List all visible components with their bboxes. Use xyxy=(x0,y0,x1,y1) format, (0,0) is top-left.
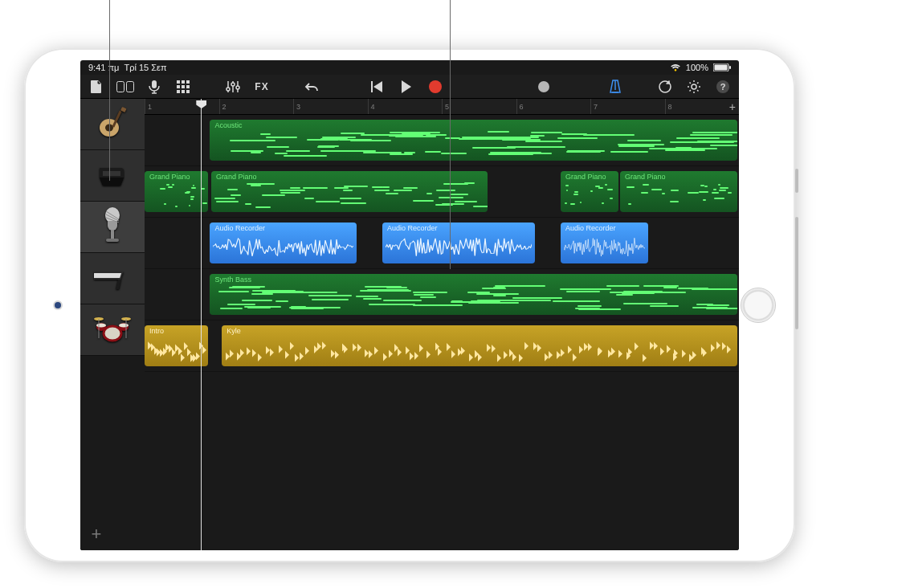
mixer-button[interactable] xyxy=(223,78,243,96)
settings-button[interactable] xyxy=(684,78,704,96)
region[interactable]: Synth Bass xyxy=(210,274,737,315)
instrument-grid-button[interactable] xyxy=(173,78,193,96)
undo-button[interactable] xyxy=(302,78,321,96)
track-row-acoustic[interactable]: Acoustic xyxy=(145,115,739,166)
svg-rect-14 xyxy=(186,90,190,93)
svg-rect-1 xyxy=(715,65,728,71)
region-label: Audio Recorder xyxy=(565,224,616,232)
battery-icon xyxy=(713,63,731,71)
region[interactable]: Grand Piano xyxy=(145,171,208,212)
svg-point-35 xyxy=(104,326,121,341)
region[interactable]: Intro xyxy=(145,325,208,366)
camera-dot xyxy=(55,302,61,308)
svg-point-16 xyxy=(231,83,235,86)
ruler-mark: 1 xyxy=(145,99,152,114)
mic-track-icon xyxy=(96,206,129,247)
status-time: 9:41 πμ xyxy=(88,63,119,72)
status-date: Τρί 15 Σεπ xyxy=(124,63,166,72)
region-label: Acoustic xyxy=(214,121,242,129)
ruler[interactable]: + 12345678 xyxy=(145,99,739,115)
region[interactable]: Grand Piano xyxy=(561,171,618,212)
region-label: Grand Piano xyxy=(149,173,190,181)
record-button[interactable] xyxy=(426,77,445,96)
region[interactable]: Audio Recorder xyxy=(210,223,357,263)
svg-point-38 xyxy=(96,324,106,328)
track-row-mic[interactable]: Audio RecorderAudio RecorderAudio Record… xyxy=(145,218,739,269)
svg-point-20 xyxy=(692,84,696,89)
battery-percent: 100% xyxy=(686,63,708,72)
ipad-frame: 9:41 πμ Τρί 15 Σεπ 100% xyxy=(24,48,795,562)
mic-icon-button[interactable] xyxy=(145,78,164,96)
wifi-icon xyxy=(670,63,681,71)
timeline[interactable]: + 12345678 AcousticGrand PianoGrand Pian… xyxy=(145,99,739,550)
region-label: Synth Bass xyxy=(214,276,251,284)
svg-rect-30 xyxy=(106,239,119,242)
svg-rect-8 xyxy=(186,80,190,84)
track-header-synth[interactable] xyxy=(80,253,145,304)
ruler-mark: 5 xyxy=(442,99,449,114)
svg-rect-11 xyxy=(186,85,190,88)
track-header-acoustic[interactable] xyxy=(80,99,145,150)
region-label: Grand Piano xyxy=(565,173,606,181)
callout-line-region xyxy=(450,0,451,269)
svg-rect-9 xyxy=(177,85,180,88)
ruler-mark: 2 xyxy=(219,99,226,114)
ipad-side-buttons xyxy=(795,169,798,353)
track-header-drums[interactable] xyxy=(80,304,145,356)
region[interactable]: Grand Piano xyxy=(620,171,737,212)
side-button-top xyxy=(795,169,798,193)
toolbar: FX xyxy=(80,75,739,99)
play-button[interactable] xyxy=(397,78,416,96)
ruler-mark: 4 xyxy=(368,99,375,114)
region[interactable]: Audio Recorder xyxy=(561,223,648,263)
svg-rect-6 xyxy=(177,80,180,84)
region[interactable]: Acoustic xyxy=(210,120,737,161)
svg-rect-7 xyxy=(182,80,185,84)
master-volume-slider[interactable] xyxy=(492,78,596,96)
region-label: Grand Piano xyxy=(625,173,666,181)
region[interactable]: Kyle xyxy=(222,325,737,366)
svg-rect-27 xyxy=(103,171,120,176)
ruler-mark: 6 xyxy=(516,99,524,114)
add-section-button[interactable]: + xyxy=(729,99,736,115)
svg-rect-2 xyxy=(729,66,731,69)
svg-rect-12 xyxy=(177,90,180,93)
guitar-icon xyxy=(95,105,130,143)
track-header-piano[interactable] xyxy=(80,150,145,202)
track-header-mic[interactable] xyxy=(80,202,145,253)
region[interactable]: Grand Piano xyxy=(211,171,488,212)
svg-point-15 xyxy=(226,88,230,91)
track-headers: + xyxy=(80,99,145,550)
svg-rect-4 xyxy=(127,81,134,92)
metronome-button[interactable] xyxy=(606,78,625,96)
browser-toggle-button[interactable] xyxy=(116,78,135,96)
go-to-start-button[interactable] xyxy=(368,78,387,96)
add-track-button[interactable]: + xyxy=(80,518,112,550)
synth-icon xyxy=(94,263,131,293)
track-row-synth[interactable]: Synth Bass xyxy=(145,269,739,321)
track-row-drums[interactable]: IntroKyle xyxy=(145,321,739,372)
side-button-volume xyxy=(795,217,798,329)
svg-rect-10 xyxy=(182,85,185,88)
svg-rect-34 xyxy=(116,280,121,289)
drums-icon xyxy=(94,314,131,345)
home-button[interactable] xyxy=(741,288,776,323)
loop-browser-button[interactable] xyxy=(655,78,675,96)
app-screen: 9:41 πμ Τρί 15 Σεπ 100% xyxy=(80,60,739,550)
track-row-piano[interactable]: Grand PianoGrand PianoGrand PianoGrand P… xyxy=(145,166,739,218)
tracks-area: + + 12345678 AcousticGrand PianoGrand Pi… xyxy=(80,99,739,550)
svg-rect-32 xyxy=(94,273,121,278)
ruler-mark: 7 xyxy=(590,99,598,114)
region-label: Grand Piano xyxy=(216,173,257,181)
piano-icon xyxy=(95,157,130,194)
status-bar: 9:41 πμ Τρί 15 Σεπ 100% xyxy=(80,60,739,75)
region[interactable]: Audio Recorder xyxy=(382,223,535,263)
my-songs-button[interactable] xyxy=(87,78,106,96)
region-label: Intro xyxy=(149,327,164,335)
svg-rect-29 xyxy=(111,230,114,239)
playhead[interactable] xyxy=(201,99,202,550)
fx-button[interactable]: FX xyxy=(252,78,271,96)
help-button[interactable]: ? xyxy=(713,78,733,96)
svg-point-17 xyxy=(236,86,239,89)
svg-rect-3 xyxy=(117,81,124,92)
